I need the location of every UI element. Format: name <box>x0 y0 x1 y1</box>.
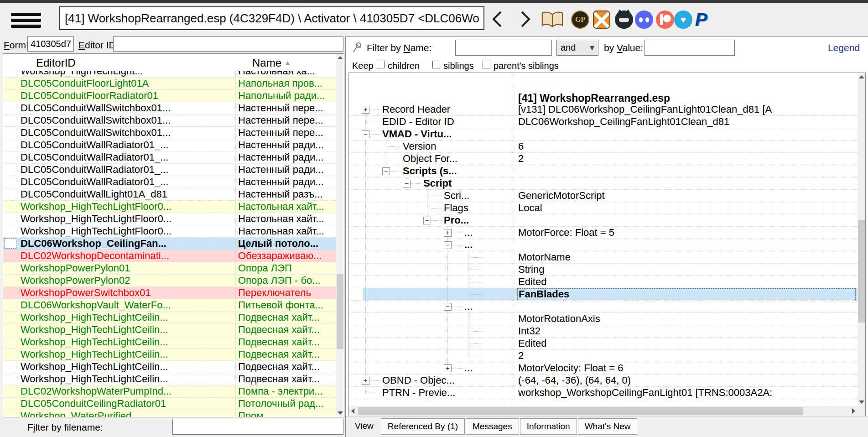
collapse-icon[interactable]: − <box>444 303 452 311</box>
table-row[interactable]: DLC05ConduitWallSwitchbox01...Настенный … <box>3 114 336 127</box>
tree-row[interactable]: MotorName <box>349 251 858 264</box>
table-row[interactable]: Workshop_WaterPurified...Пром... <box>3 410 336 417</box>
tree-row[interactable]: −... <box>349 301 858 313</box>
table-row[interactable]: DLC05ConduitWallRadiator01_...Настенный … <box>3 164 336 176</box>
tree-node-value[interactable]: Edited <box>518 276 856 288</box>
tree-node-value[interactable]: 6 <box>518 140 856 152</box>
collapse-icon[interactable]: − <box>362 130 369 138</box>
table-row[interactable]: WorkshopPowerPylon02Опора ЛЭП - бо... <box>3 275 336 287</box>
nexus-icon[interactable] <box>593 10 610 29</box>
table-row[interactable]: DLC05ConduitFloorLight01AНапольная пров.… <box>3 78 336 90</box>
paypal-icon[interactable]: P <box>694 10 708 29</box>
kofi-icon[interactable]: ♥ <box>674 10 692 29</box>
tree-vscrollbar-thumb[interactable] <box>858 220 865 323</box>
tab-messages[interactable]: Messages <box>466 418 519 435</box>
tree-row[interactable]: EDID - Editor IDDLC06Workshop_CeilingFan… <box>349 116 858 128</box>
tree-row[interactable]: Scri...GenericMotorScript <box>349 190 858 202</box>
keep-parents-siblings-checkbox[interactable] <box>483 61 490 68</box>
table-row[interactable]: DLC05ConduitWallLight01A_d81Настенный ра… <box>3 188 336 201</box>
table-row[interactable]: DLC05ConduitWallSwitchbox01...Настенный … <box>3 127 336 139</box>
record-list-vscrollbar[interactable] <box>336 54 344 417</box>
table-row[interactable]: Workshop_HighTechLightCeilin...Подвесная… <box>3 349 336 361</box>
keep-siblings-checkbox[interactable] <box>432 61 440 68</box>
expand-icon[interactable]: + <box>444 229 452 237</box>
tree-node-value[interactable]: Int32 <box>518 325 856 337</box>
column-header-editorid[interactable]: EditorID <box>36 57 76 69</box>
table-row[interactable]: DLC05ConduitWallRadiator01_...Настенный … <box>3 176 336 188</box>
table-row[interactable]: Workshop_HighTechLightCeilin...Подвесная… <box>3 312 336 324</box>
tree-row[interactable]: PTRN - Previe...workshop_WorkshopCeiling… <box>349 387 858 399</box>
legend-link[interactable]: Legend <box>828 42 860 53</box>
tree-row[interactable]: Object For...2 <box>349 153 858 165</box>
tree-node-value[interactable]: workshop_WorkshopCeilingFanLight01 [TRNS… <box>518 387 856 399</box>
filter-operator-dropdown[interactable]: and <box>556 40 598 56</box>
tree-row[interactable]: Version6 <box>349 140 858 153</box>
tree-node-value[interactable]: DLC06Workshop_CeilingFanLight01Clean_d81 <box>518 116 856 128</box>
table-row[interactable]: DLC05ConduitWallSwitchbox01...Настенный … <box>3 102 336 114</box>
table-row[interactable]: DLC05ConduitCeilingRadiator01Потолочный … <box>3 398 336 410</box>
keep-siblings-label[interactable]: siblings <box>443 61 474 71</box>
tree-node-value[interactable]: GenericMotorScript <box>518 190 856 202</box>
table-row[interactable]: DLC05ConduitWallRadiator01_...Настенный … <box>3 151 336 164</box>
tree-node-value[interactable]: String <box>518 264 856 276</box>
tab-referenced-by-1-[interactable]: Referenced By (1) <box>381 418 465 435</box>
table-row-selected[interactable]: DLC06Workshop_CeilingFan...Целый потоло.… <box>3 238 336 250</box>
expand-icon[interactable]: + <box>362 377 369 385</box>
table-row[interactable]: Workshop_HighTechLightFloor0...Настольна… <box>3 213 336 225</box>
tree-node-value[interactable]: Local <box>518 202 856 214</box>
tree-row[interactable]: MotorRotationAxis <box>349 313 858 325</box>
tree-row[interactable]: Edited <box>349 338 858 350</box>
tree-hscrollbar[interactable] <box>349 406 858 416</box>
filter-filename-input[interactable] <box>172 419 343 435</box>
forward-icon[interactable] <box>517 9 534 29</box>
record-path-combobox[interactable] <box>59 6 484 30</box>
tree-hscrollbar-thumb[interactable] <box>358 407 803 415</box>
tree-node-value[interactable]: [v131] DLC06Workshop_CeilingFanLight01Cl… <box>518 104 856 115</box>
back-icon[interactable] <box>489 9 505 29</box>
tree-row[interactable]: +...MotorForce: Float = 5 <box>349 227 858 239</box>
tree-vscrollbar[interactable] <box>858 73 865 406</box>
tree-node-value[interactable]: MotorVelocity: Float = 6 <box>518 362 856 374</box>
table-row[interactable]: Workshop_HighTechLight...Настольная ха..… <box>3 71 336 78</box>
table-row[interactable]: DLC02WorkshopDecontaminati...Обеззаражив… <box>3 250 336 262</box>
tree-row[interactable]: −Pro... <box>349 214 858 227</box>
tree-node-value[interactable]: MotorRotationAxis <box>518 313 856 325</box>
table-row[interactable]: Workshop_HighTechLightFloor0...Настольна… <box>3 201 336 213</box>
tab-what-s-new[interactable]: What's New <box>578 418 638 435</box>
collapse-icon[interactable]: − <box>382 167 390 175</box>
table-row[interactable]: Workshop_HighTechLightCeilin...Подвесная… <box>3 361 336 373</box>
collapse-icon[interactable]: − <box>403 180 411 187</box>
vscrollbar-thumb[interactable] <box>337 274 343 349</box>
main-menu-button[interactable] <box>11 13 41 29</box>
keep-parents-siblings-label[interactable]: parent's siblings <box>494 61 559 71</box>
tree-node-value[interactable]: MotorForce: Float = 5 <box>518 227 856 239</box>
formid-field[interactable] <box>27 36 74 52</box>
tree-node-value[interactable]: 2 <box>518 153 856 165</box>
tree-node-value[interactable]: Edited <box>518 338 856 349</box>
tree-row[interactable]: Edited <box>349 276 858 288</box>
keep-children-checkbox[interactable] <box>377 61 385 68</box>
table-row[interactable]: Workshop_HighTechLightCeilin...Подвесная… <box>3 324 336 336</box>
tree-row[interactable]: Int32 <box>349 325 858 338</box>
tree-row-selected[interactable]: FanBlades <box>349 288 858 301</box>
table-row[interactable]: DLC05ConduitWallRadiator01_...Настенный … <box>3 139 336 151</box>
pin-icon[interactable] <box>352 42 363 53</box>
tree-node-value[interactable]: MotorName <box>518 251 856 263</box>
patreon-icon[interactable] <box>656 10 674 29</box>
tab-information[interactable]: Information <box>520 418 577 435</box>
collapse-icon[interactable]: − <box>444 241 452 249</box>
table-row[interactable]: DLC06WorkshopVault_WaterFo...Питьевой фо… <box>3 299 336 312</box>
tree-node-value[interactable]: FanBlades <box>517 288 856 300</box>
table-row[interactable]: DLC02WorkshopWaterPumpInd...Помпа - элек… <box>3 385 336 398</box>
filter-by-name-input[interactable] <box>455 40 552 56</box>
tree-node-value[interactable]: (-64, -64, -36), (64, 64, 0) <box>518 375 856 386</box>
column-header-name[interactable]: Name ▲ <box>252 57 291 69</box>
tree-row[interactable]: −VMAD - Virtu... <box>349 128 858 140</box>
tree-row[interactable]: String <box>349 264 858 276</box>
discord-icon[interactable] <box>635 10 653 29</box>
github-icon[interactable] <box>615 10 633 29</box>
expand-icon[interactable]: + <box>444 364 452 372</box>
tree-row[interactable]: +...MotorVelocity: Float = 6 <box>349 362 858 375</box>
table-row[interactable]: Workshop_HighTechLightCeilin...Подвесная… <box>3 336 336 349</box>
filter-by-value-input[interactable] <box>645 40 735 56</box>
